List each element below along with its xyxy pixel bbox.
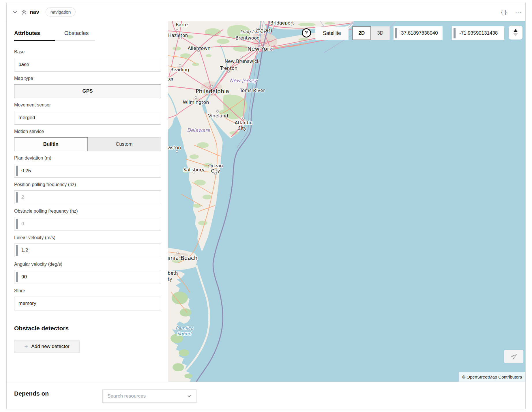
navigation-service-icon: [20, 9, 27, 16]
map-label: New Brunswick: [224, 59, 260, 64]
obstacle-polling-input[interactable]: [14, 217, 161, 231]
store-input[interactable]: [14, 297, 161, 310]
linear-velocity-field: [14, 244, 161, 257]
obstacle-polling-field: [14, 217, 161, 231]
json-mode-icon[interactable]: {}: [500, 9, 507, 15]
map-label: aston: [168, 145, 181, 150]
depends-on-select[interactable]: Search resources: [102, 389, 196, 403]
plan-deviation-field: [14, 164, 161, 178]
map-label: Salisbury: [183, 167, 205, 173]
card-body: Attributes Obstacles Base Map type GPS M…: [7, 21, 525, 382]
navigation-arrow-icon: [511, 353, 517, 360]
card-header: nav navigation {} ⋯: [7, 3, 525, 21]
map-label: Reading: [171, 67, 189, 72]
map-label: Ocean: [208, 163, 223, 168]
resource-title: nav: [30, 9, 39, 15]
map-label: Toms River: [239, 88, 265, 93]
step-down-icon: [513, 33, 518, 36]
map-label: Wilmington: [183, 100, 209, 105]
store-label: Store: [14, 288, 161, 294]
number-drag-handle[interactable]: [16, 192, 18, 203]
tab-attributes[interactable]: Attributes: [14, 30, 55, 41]
help-icon[interactable]: ?: [302, 28, 311, 38]
latitude-field: [394, 26, 443, 40]
position-polling-label: Position polling frequency (hz): [14, 182, 161, 188]
collapse-chevron-icon[interactable]: [13, 10, 18, 15]
map-label: Allentown: [188, 46, 210, 51]
number-drag-handle[interactable]: [16, 272, 18, 282]
position-polling-input[interactable]: [14, 191, 161, 204]
add-detector-button[interactable]: + Add new detector: [14, 340, 80, 353]
map-label: City: [211, 168, 220, 174]
motion-service-label: Motion service: [14, 129, 161, 135]
map-label: ty: [168, 277, 172, 282]
plan-deviation-label: Plan deviation (m): [14, 156, 161, 161]
motion-service-custom-option[interactable]: Custom: [88, 137, 161, 151]
map-label: New York: [247, 46, 272, 52]
resource-type-badge: navigation: [46, 8, 76, 16]
map-label: Sound: [177, 331, 192, 336]
map-label: New Jersey: [230, 78, 257, 83]
map-label: Philadelphia: [196, 88, 229, 94]
map-label: Hazleton: [168, 33, 188, 38]
angular-velocity-field: [14, 270, 161, 284]
plan-deviation-input[interactable]: [14, 164, 161, 177]
panel-tabs: Attributes Obstacles: [14, 30, 112, 41]
map-label: Delaware: [187, 127, 211, 133]
map-label: Barre: [176, 22, 188, 27]
map-label: ter: [168, 76, 174, 82]
longitude-input[interactable]: [452, 26, 504, 40]
map-label: Trenton: [220, 65, 237, 71]
obstacle-polling-label: Obstacle polling frequency (hz): [14, 209, 161, 214]
card-footer: Depends on Search resources: [7, 382, 525, 409]
map-label: Atlantic: [235, 120, 252, 126]
number-drag-handle[interactable]: [395, 28, 397, 38]
number-drag-handle[interactable]: [454, 28, 456, 38]
obstacle-detectors-heading: Obstacle detectors: [14, 325, 161, 332]
view-3d-button[interactable]: 3D: [371, 26, 390, 40]
latitude-input[interactable]: [394, 26, 443, 40]
linear-velocity-label: Linear velocity (m/s): [14, 235, 161, 241]
coordinate-stepper-button[interactable]: [509, 26, 522, 40]
recenter-button[interactable]: [504, 350, 523, 363]
map-label: Vineland: [208, 113, 228, 119]
movement-sensor-label: Movement sensor: [14, 102, 161, 108]
header-actions: {} ⋯: [500, 9, 521, 15]
map-type-gps-button[interactable]: GPS: [14, 84, 161, 98]
position-polling-field: [14, 190, 161, 204]
map-label: ginia Beach: [168, 255, 198, 261]
resource-card: nav navigation {} ⋯ Attributes Obstacles…: [6, 3, 526, 409]
map-label: Long Island: [240, 29, 265, 34]
longitude-field: [452, 26, 504, 40]
map-label: beth: [168, 271, 178, 276]
base-input[interactable]: [14, 58, 161, 72]
linear-velocity-input[interactable]: [14, 244, 161, 257]
number-drag-handle[interactable]: [16, 166, 18, 176]
angular-velocity-input[interactable]: [14, 270, 161, 284]
map-attribution: © OpenStreetMap Contributors: [459, 372, 525, 382]
angular-velocity-label: Angular velocity (deg/s): [14, 262, 161, 267]
map-label: City: [237, 126, 246, 131]
movement-sensor-input[interactable]: [14, 111, 161, 125]
map-container: Barre Hazleton Allentown Yonkers Bridgep…: [168, 21, 525, 382]
depends-on-heading: Depends on: [14, 390, 49, 397]
tab-obstacles[interactable]: Obstacles: [55, 30, 95, 41]
add-detector-label: Add new detector: [31, 344, 69, 349]
satellite-toggle-button[interactable]: Satellite: [315, 27, 349, 40]
motion-service-builtin-option[interactable]: Builtin: [14, 137, 88, 151]
map-label: Pamlico: [175, 325, 194, 331]
view-2d-button[interactable]: 2D: [352, 26, 371, 40]
number-drag-handle[interactable]: [16, 219, 18, 229]
map-label: Bridgeport: [270, 21, 294, 26]
motion-service-toggle: Builtin Custom: [14, 137, 161, 151]
search-resources-placeholder: Search resources: [107, 393, 187, 399]
map-label: Brentwood: [235, 35, 260, 41]
map-canvas[interactable]: Barre Hazleton Allentown Yonkers Bridgep…: [168, 21, 525, 382]
more-menu-icon[interactable]: ⋯: [515, 11, 521, 14]
step-up-icon: [513, 29, 518, 32]
map-type-label: Map type: [14, 76, 161, 82]
base-label: Base: [14, 49, 161, 55]
number-drag-handle[interactable]: [16, 245, 18, 256]
attributes-panel: Attributes Obstacles Base Map type GPS M…: [7, 21, 168, 382]
plus-icon: +: [24, 343, 28, 350]
